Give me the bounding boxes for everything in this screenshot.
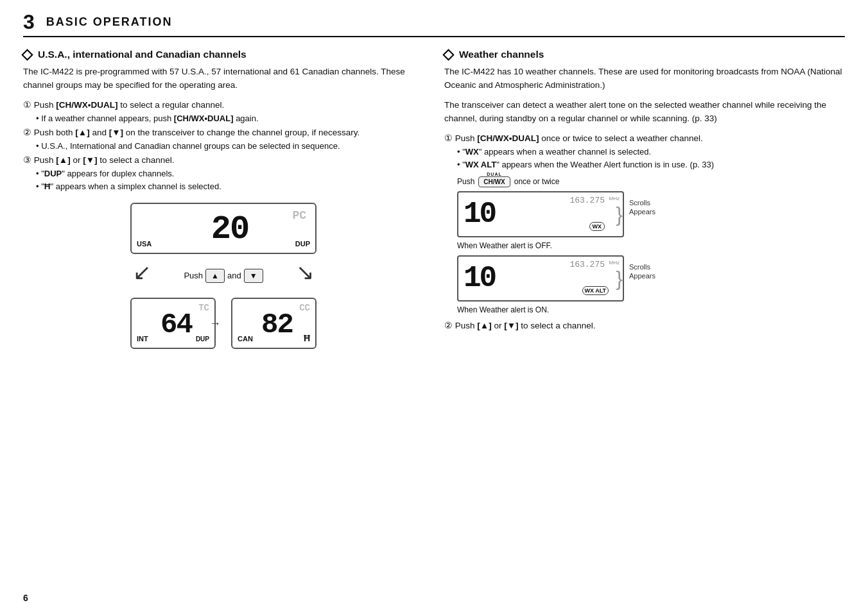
up-arrow-btn[interactable]: ▲ <box>205 269 225 283</box>
diamond-icon-2 <box>442 49 454 60</box>
usa-label: USA <box>137 240 152 248</box>
wx-on-area: 10 163.275 MHz WX ALT } Scrolls Appears <box>457 255 845 304</box>
right-arrow-icon: → <box>209 316 221 330</box>
once-or-twice-text: once or twice <box>514 177 560 186</box>
left-step-2: ② Push both [▲] and [▼] on the transceiv… <box>23 126 424 153</box>
usa-display: USA 20 PC DUP <box>130 203 317 254</box>
down-arrow-btn[interactable]: ▼ <box>244 269 263 283</box>
wx-off-area: 10 163.275 MHz WX } Scrolls Appears <box>457 191 845 240</box>
wx-on-badge: WX ALT <box>582 286 609 295</box>
int-display: TC 64 INT DUP → <box>130 298 216 349</box>
curved-arrow-right-icon: ↘ <box>296 259 314 285</box>
wx-off-scrolls-label: Scrolls <box>629 199 655 207</box>
and-label: and <box>227 271 241 280</box>
wx-on-mhz: MHz <box>609 260 620 266</box>
wx-on-display: 10 163.275 MHz WX ALT } <box>457 255 624 302</box>
wx-on-bracket: } <box>616 266 623 290</box>
wx-off-scrolls: Scrolls Appears <box>629 191 655 216</box>
page-header: 3 BASIC OPERATION <box>23 12 845 37</box>
left-step-list: ① Push [CH/WX•DUAL] to select a regular … <box>23 99 424 194</box>
right-section-title: Weather channels <box>444 49 845 60</box>
page-number: 6 <box>23 593 28 603</box>
left-step-1: ① Push [CH/WX•DUAL] to select a regular … <box>23 99 424 125</box>
push-text: Push <box>457 177 474 186</box>
chapter-number: 3 <box>23 12 35 32</box>
diamond-icon <box>21 49 33 60</box>
right-step-2: ② Push [▲] or [▼] to select a channel. <box>444 319 845 333</box>
dual-label: DUAL <box>487 172 501 176</box>
can-simplex-symbol: Ħ <box>304 333 310 343</box>
right-section-body2: The transceiver can detect a weather ale… <box>444 99 845 126</box>
wx-off-appears-label: Appears <box>629 208 655 216</box>
left-display-group: USA 20 PC DUP ↙ Push ▲ and ▼ ↘ <box>23 203 424 349</box>
wx-on-freq: 163.275 <box>569 260 605 269</box>
int-dup-label: DUP <box>196 336 209 343</box>
can-label: CAN <box>238 335 253 343</box>
usa-top-right: PC <box>292 209 306 222</box>
wx-on-num: 10 <box>464 262 495 295</box>
chapter-title: BASIC OPERATION <box>46 15 173 29</box>
wx-on-caption: When Weather alert is ON. <box>457 305 845 314</box>
left-column: U.S.A., international and Canadian chann… <box>23 49 424 349</box>
usa-channel-num: 20 <box>198 208 248 248</box>
wx-off-badge: WX <box>589 222 605 231</box>
right-step-1: ① Push [CH/WX•DUAL] once or twice to sel… <box>444 132 845 171</box>
right-step-list: ① Push [CH/WX•DUAL] once or twice to sel… <box>444 132 845 171</box>
page: 3 BASIC OPERATION U.S.A., international … <box>0 0 868 612</box>
int-can-row: TC 64 INT DUP → CC 82 CAN Ħ <box>130 298 317 349</box>
right-column: Weather channels The IC-M422 has 10 weat… <box>444 49 845 349</box>
right-section-body1: The IC-M422 has 10 weather channels. The… <box>444 65 845 92</box>
curved-arrow-left-icon: ↙ <box>133 259 151 285</box>
int-top-right: TC <box>198 303 209 313</box>
wx-off-bracket: } <box>616 202 623 226</box>
ch-wx-button[interactable]: DUAL CH/WX <box>478 176 510 187</box>
int-label: INT <box>137 335 148 343</box>
usa-dup-label: DUP <box>295 240 310 248</box>
wx-on-appears-label: Appears <box>629 272 655 280</box>
left-section-body: The IC-M422 is pre-programmed with 57 U.… <box>23 65 424 92</box>
can-channel-num: 82 <box>255 306 293 341</box>
left-section-title: U.S.A., international and Canadian chann… <box>23 49 424 60</box>
wx-on-scrolls: Scrolls Appears <box>629 255 655 280</box>
wx-off-caption: When Weather alert is OFF. <box>457 241 845 250</box>
wx-off-display: 10 163.275 MHz WX } <box>457 191 624 237</box>
right-step-2-list: ② Push [▲] or [▼] to select a channel. <box>444 319 845 333</box>
wx-off-num: 10 <box>464 198 495 231</box>
can-top-right: CC <box>299 303 310 313</box>
wx-off-freq: 163.275 <box>569 196 605 205</box>
wx-on-scrolls-label: Scrolls <box>629 263 655 271</box>
arrows-area: ↙ Push ▲ and ▼ ↘ <box>130 257 317 295</box>
push-label: Push <box>184 271 203 280</box>
int-channel-num: 64 <box>154 306 192 341</box>
left-step-3: ③ Push [▲] or [▼] to select a channel. •… <box>23 154 424 194</box>
can-display: CC 82 CAN Ħ <box>231 298 317 349</box>
wx-off-mhz: MHz <box>609 196 620 201</box>
push-area: Push DUAL CH/WX once or twice <box>457 176 845 187</box>
